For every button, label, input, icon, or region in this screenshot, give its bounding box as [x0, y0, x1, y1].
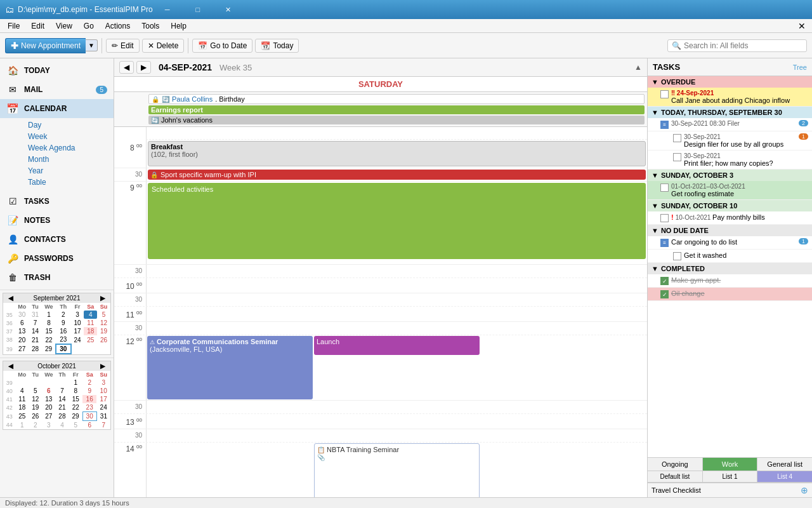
oct3-header[interactable]: ▼ SUNDAY, OCTOBER 3 [648, 170, 812, 181]
oct-day-15[interactable]: 15 [69, 395, 82, 403]
edit-button[interactable]: ✏ Edit [106, 39, 140, 53]
sep-day-18[interactable]: 18 [84, 327, 97, 335]
oct-day-7-nov[interactable]: 7 [96, 421, 110, 430]
task-checkbox-filer[interactable]: ≡ [660, 121, 669, 129]
menu-edit[interactable]: Edit [26, 20, 49, 32]
task-checkbox-roofing[interactable] [660, 184, 669, 192]
oct-day-5[interactable]: 5 [29, 387, 42, 395]
oct-day-5-nov[interactable]: 5 [69, 421, 82, 430]
subnav-weekagenda[interactable]: Week Agenda [25, 142, 114, 154]
oct-day-27[interactable]: 27 [42, 412, 55, 421]
cal-next-button[interactable]: ▶ [136, 61, 151, 74]
sep-day-1[interactable]: 1 [42, 311, 56, 319]
oct-day-23[interactable]: 23 [82, 403, 96, 412]
oct-day-12[interactable]: 12 [29, 395, 42, 403]
subnav-week[interactable]: Week [25, 131, 114, 142]
menu-tools[interactable]: Tools [136, 20, 164, 32]
search-input[interactable] [684, 41, 802, 50]
oct-day-18[interactable]: 18 [15, 403, 29, 412]
tab-general-list[interactable]: General list [757, 458, 812, 471]
tree-label[interactable]: Tree [793, 64, 807, 71]
task-checkbox-oil[interactable]: ✓ [660, 290, 669, 298]
subnav-month[interactable]: Month [25, 154, 114, 165]
menu-file[interactable]: File [3, 20, 25, 32]
oct-day-31[interactable]: 31 [96, 412, 110, 421]
task-checkbox-1[interactable] [660, 90, 669, 98]
oct-day-11[interactable]: 11 [15, 395, 29, 403]
sep-day-20[interactable]: 20 [15, 335, 29, 344]
nav-calendar[interactable]: 📅 CALENDAR [0, 99, 114, 118]
sport-appointment[interactable]: 🔒 Sport specific warm-up with IPI [148, 170, 646, 180]
sep-day-24[interactable]: 24 [71, 335, 84, 344]
sep-day-30-aug[interactable]: 30 [15, 311, 29, 319]
oct-day-22[interactable]: 22 [69, 403, 82, 412]
sep-day-26[interactable]: 26 [97, 335, 110, 344]
sep-day-17[interactable]: 17 [71, 327, 84, 335]
tab-work[interactable]: Work [703, 458, 758, 471]
oct-day-24[interactable]: 24 [96, 403, 110, 412]
menu-go[interactable]: Go [79, 20, 99, 32]
oct-day-3[interactable]: 3 [96, 378, 110, 387]
task-roofing[interactable]: 01-Oct-2021–03-Oct-2021 Get roofing esti… [648, 181, 812, 200]
oct-day-26[interactable]: 26 [29, 412, 42, 421]
completed-header[interactable]: ▼ COMPLETED [648, 263, 812, 274]
task-checkbox-gym[interactable]: ✓ [660, 277, 669, 285]
close-button[interactable]: ✕ [214, 0, 243, 19]
panel-close-icon[interactable]: ✕ [794, 20, 809, 32]
oct-day-4[interactable]: 4 [15, 387, 29, 395]
sep-day-5[interactable]: 5 [97, 311, 110, 319]
sep-day-12[interactable]: 12 [97, 319, 110, 327]
mini-cal-oct-prev[interactable]: ◀ [6, 363, 16, 370]
oct10-header[interactable]: ▼ SUNDAY, OCTOBER 10 [648, 200, 812, 211]
oct-day-1-nov[interactable]: 1 [15, 421, 29, 430]
task-checkbox-print[interactable] [673, 153, 681, 161]
oct-day-8[interactable]: 8 [69, 387, 82, 395]
task-checkbox-washed[interactable] [673, 252, 681, 260]
oct-day-14[interactable]: 14 [55, 395, 69, 403]
mini-cal-oct-next[interactable]: ▶ [98, 363, 108, 370]
menu-actions[interactable]: Actions [100, 20, 135, 32]
sep-day-19[interactable]: 19 [97, 327, 110, 335]
nav-contacts[interactable]: 👤 CONTACTS [0, 230, 114, 249]
new-appointment-dropdown[interactable]: ▼ [86, 39, 98, 51]
oct-day-9[interactable]: 9 [82, 387, 96, 395]
oct-day-2-nov[interactable]: 2 [29, 421, 42, 430]
add-list-button[interactable]: ⊕ [801, 485, 808, 495]
overdue-header[interactable]: ▼ OVERDUE [648, 76, 812, 88]
sep-day-31-aug[interactable]: 31 [29, 311, 42, 319]
menu-help[interactable]: Help [166, 20, 192, 32]
task-design-filer[interactable]: 30-Sep-2021 Design filer for use by all … [648, 131, 812, 150]
breakfast-appointment[interactable]: Breakfast (102, first floor) [148, 141, 646, 166]
nodue-header[interactable]: ▼ NO DUE DATE [648, 225, 812, 236]
sep-day-9[interactable]: 9 [56, 319, 71, 327]
oct-day-10[interactable]: 10 [96, 387, 110, 395]
vacation-event[interactable]: 🔄 John's vacations [148, 116, 645, 124]
oct-day-13[interactable]: 13 [42, 395, 55, 403]
cal-prev-button[interactable]: ◀ [119, 61, 134, 74]
earnings-event[interactable]: Earnings report [148, 105, 645, 114]
task-print-filer[interactable]: 30-Sep-2021 Print filer; how many copies… [648, 150, 812, 170]
tab-default-list[interactable]: Default list [648, 471, 703, 483]
sep-day-16[interactable]: 16 [56, 327, 71, 335]
subnav-day[interactable]: Day [25, 119, 114, 131]
nav-trash[interactable]: 🗑 TRASH [0, 268, 114, 287]
sep-day-30[interactable]: 30 [56, 344, 71, 354]
sep-day-14[interactable]: 14 [29, 327, 42, 335]
task-gym[interactable]: ✓ Make gym appt. [648, 274, 812, 288]
new-appointment-button[interactable]: ✚ New Appointment [5, 38, 86, 53]
task-checkbox-bills[interactable] [660, 214, 669, 222]
sep-day-11[interactable]: 11 [84, 319, 97, 327]
task-bills[interactable]: ! 10-Oct-2021 Pay monthly bills [648, 211, 812, 225]
birthday-event[interactable]: 🔒 🔄 Paula Collins . Birthday [148, 94, 645, 104]
task-call-jane[interactable]: ‼ 24-Sep-2021 Call Jane about adding Chi… [648, 88, 812, 107]
sep-day-28[interactable]: 28 [29, 344, 42, 354]
calendar-content[interactable]: SATURDAY 🔒 🔄 Paula Collins . Birthday Ea… [114, 77, 647, 497]
oct-day-16[interactable]: 16 [82, 395, 96, 403]
oct-day-3-nov[interactable]: 3 [42, 421, 55, 430]
oct-day-19[interactable]: 19 [29, 403, 42, 412]
oct-day-4-nov[interactable]: 4 [55, 421, 69, 430]
sep-day-21[interactable]: 21 [29, 335, 42, 344]
oct-day-6[interactable]: 6 [42, 387, 55, 395]
sep-day-6[interactable]: 6 [15, 319, 29, 327]
oct-day-25[interactable]: 25 [15, 412, 29, 421]
